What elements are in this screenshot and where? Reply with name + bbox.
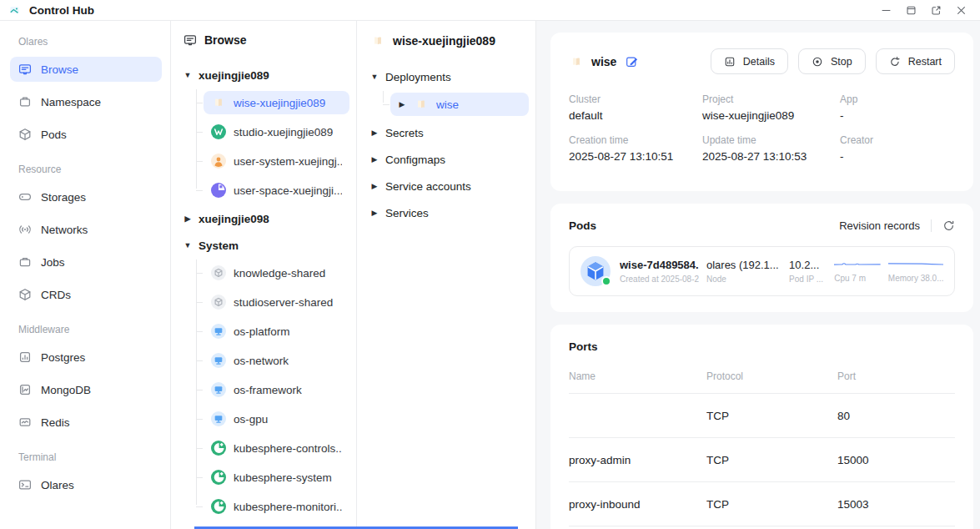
port-protocol: TCP [706,454,837,466]
caret-right-icon[interactable]: ▶ [370,209,379,217]
section-label-middleware: Middleware [18,324,162,335]
info-cell: Project wise-xuejingjie089 [702,93,840,134]
sidebar-item-browse[interactable]: Browse [10,57,162,82]
caret-right-icon[interactable]: ▶ [370,182,379,190]
tree-leaf-label: wise [436,98,459,111]
tree-leaf-kubesphere-monitoring[interactable]: kubesphere-monitori... [204,495,349,518]
column-header-name: Name [569,370,706,382]
section-label-resource: Resource [18,164,162,175]
memory-sparkline [888,259,943,270]
tree-node-configmaps[interactable]: ▶ Configmaps [370,149,529,170]
revision-records-link[interactable]: Revision records [839,219,920,232]
tree-leaf-user-space[interactable]: user-space-xuejingji... [204,179,349,202]
sidebar-item-networks[interactable]: Networks [10,217,162,242]
maximize-button[interactable] [906,5,917,16]
sidebar-item-crds[interactable]: CRDs [10,282,162,307]
sidebar-item-storages[interactable]: Storages [10,184,162,209]
table-row[interactable]: proxy-admin TCP 15000 [569,438,955,482]
app-title: Control Hub [29,4,94,17]
port-protocol: TCP [706,498,837,511]
column-header-protocol: Protocol [706,370,837,382]
tree-leaf-label: os-platform [234,325,290,338]
tree-leaf-user-system[interactable]: user-system-xuejingj... [204,149,349,173]
sidebar-item-olares-terminal[interactable]: Olares [10,472,162,497]
kubesphere-icon [211,470,226,485]
button-label: Details [743,56,775,68]
caret-down-icon[interactable]: ▼ [183,241,192,249]
tree-node-label: xuejingjie098 [199,213,269,225]
kubesphere-icon [211,441,226,456]
postgres-icon [18,350,32,364]
tree-node-xuejingjie089[interactable]: ▼ xuejingjie089 [183,64,349,86]
tree-leaf-label: user-space-xuejingji... [234,184,342,197]
info-cell: Update time 2025-08-27 13:10:53 [702,134,840,175]
restart-button[interactable]: Restart [876,48,955,74]
pod-created: Created at 2025-08-27 1: [620,275,699,284]
caret-right-icon[interactable]: ▶ [183,214,192,223]
tree-node-system[interactable]: ▼ System [183,234,349,256]
sidebar-item-namespace[interactable]: Namespace [10,89,162,114]
caret-right-icon[interactable]: ▶ [370,128,379,137]
table-row[interactable]: TCP 80 [569,394,955,438]
close-button[interactable] [956,5,967,16]
tree-node-secrets[interactable]: ▶ Secrets [370,122,529,144]
wise-app-icon [211,95,226,110]
tree-node-services[interactable]: ▶ Services [370,202,529,224]
tree-leaf-os-platform[interactable]: os-platform [204,320,349,343]
pod-ip: 10.2... [789,259,827,271]
wise-app-icon [370,33,385,48]
sidebar-item-pods[interactable]: Pods [10,122,162,147]
sidebar-item-redis[interactable]: Redis [10,410,162,435]
info-label: Cluster [569,93,702,105]
cube-icon [18,288,32,301]
caret-down-icon[interactable]: ▼ [370,73,379,81]
sidebar-item-mongodb[interactable]: MongoDB [10,377,162,402]
minimize-button[interactable] [881,5,892,16]
tree-leaf-os-gpu[interactable]: os-gpu [204,407,349,431]
pod-node-label: Node [706,275,781,284]
browse-icon [18,63,32,76]
caret-down-icon[interactable]: ▼ [183,71,192,79]
tree-leaf-studio[interactable]: studio-xuejingjie089 [204,120,349,144]
stop-button[interactable]: Stop [798,48,866,74]
tree-node-service-accounts[interactable]: ▶ Service accounts [370,175,529,197]
info-value: - [840,150,955,163]
tree-leaf-studioserver-shared[interactable]: studioserver-shared [204,290,349,314]
caret-right-icon[interactable]: ▶ [398,100,406,108]
titlebar: Control Hub [0,0,980,21]
ports-title: Ports [569,340,598,353]
tree-leaf-knowledge-shared[interactable]: knowledge-shared [204,261,349,285]
tree-node-label: Secrets [385,127,424,139]
monitor-icon [211,324,226,339]
pod-memory-label: Memory 38.0... [888,274,943,283]
caret-right-icon[interactable]: ▶ [370,155,379,164]
refresh-icon[interactable] [942,219,955,232]
table-row[interactable]: proxy-inbound TCP 15003 [569,482,955,526]
pod-row[interactable]: wise-7d489584... Created at 2025-08-27 1… [569,246,955,296]
tree-leaf-wise-xuejingjie089[interactable]: wise-xuejingjie089 [204,91,349,114]
browse-panel: Browse ▼ xuejingjie089 wise-xuejingjie08… [171,21,357,529]
tree-node-deployments[interactable]: ▼ Deployments [370,66,529,88]
tree-leaf-kubesphere-controls[interactable]: kubesphere-controls... [204,436,349,460]
ports-card: Ports Name Protocol Port TCP 80 proxy-ad… [550,325,973,529]
tree-node-xuejingjie098[interactable]: ▶ xuejingjie098 [183,208,349,229]
info-label: Update time [702,134,840,146]
sidebar-item-postgres[interactable]: Postgres [10,345,162,370]
tree-leaf-wise-deployment[interactable]: ▶ wise [390,93,529,116]
tree-leaf-os-framework[interactable]: os-framework [204,378,349,401]
details-button[interactable]: Details [711,48,788,74]
resource-name: wise [591,55,616,68]
app-logo-icon [8,3,22,18]
tree-leaf-label: knowledge-shared [234,267,325,280]
pod-name: wise-7d489584... [620,259,699,271]
edit-icon[interactable] [626,55,638,68]
tree-leaf-kubesphere-system[interactable]: kubesphere-system [204,466,349,489]
sidebar-item-label: Namespace [41,96,101,108]
port-protocol: TCP [706,410,837,422]
tree-leaf-os-network[interactable]: os-network [204,349,349,372]
shared-cube-icon [211,295,226,310]
sidebar-item-jobs[interactable]: Jobs [10,249,162,275]
popout-button[interactable] [931,5,942,16]
sidebar-item-label: CRDs [41,289,71,301]
wise-app-icon [414,97,429,112]
